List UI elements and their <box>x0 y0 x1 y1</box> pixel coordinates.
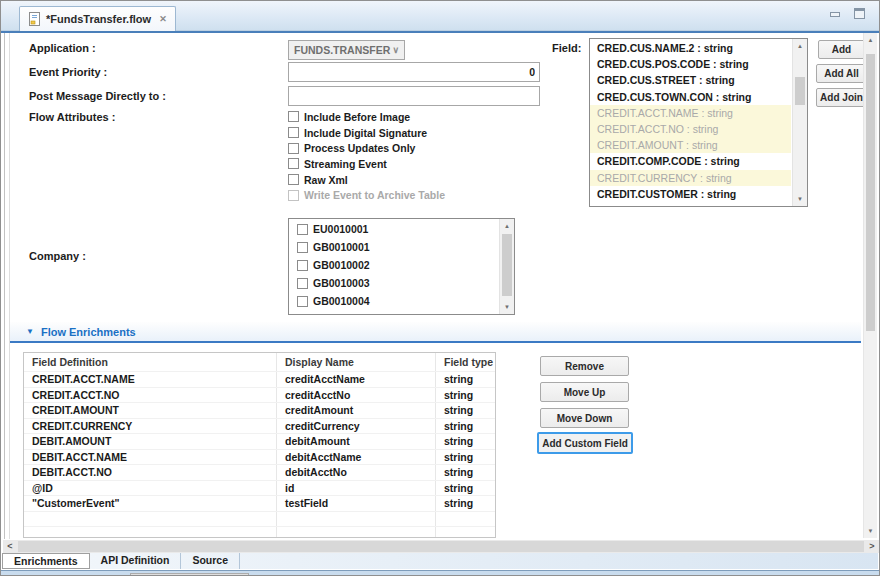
flow-attribute-option[interactable]: Process Updates Only <box>288 140 445 156</box>
scroll-up-icon[interactable]: ▲ <box>500 219 514 233</box>
column-header-field-type: Field type <box>436 353 495 371</box>
scrollbar-thumb[interactable] <box>866 54 875 331</box>
scrollbar-thumb[interactable] <box>18 541 864 552</box>
scrollbar-thumb[interactable] <box>795 77 805 105</box>
field-list-item[interactable]: CREDIT.ACCT.NO : string <box>590 121 791 137</box>
flow-enrichments-header[interactable]: ▼ Flow Enrichments <box>10 322 861 341</box>
move-down-button[interactable]: Move Down <box>540 408 629 428</box>
scroll-down-icon[interactable]: ▼ <box>864 524 877 538</box>
add-custom-field-button[interactable]: Add Custom Field <box>537 432 633 454</box>
remove-button[interactable]: Remove <box>540 356 629 376</box>
field-list-item[interactable]: CRED.CUS.TOWN.CON : string <box>590 89 791 105</box>
scroll-up-icon[interactable]: ▲ <box>793 39 807 53</box>
restore-icon[interactable] <box>854 8 865 19</box>
scroll-down-icon[interactable]: ▼ <box>793 192 807 206</box>
table-cell: CREDIT.ACCT.NO <box>24 388 277 403</box>
checkbox-unchecked-icon[interactable] <box>297 260 308 271</box>
bottom-tab-enrichments[interactable]: Enrichments <box>2 553 90 569</box>
flow-attribute-option[interactable]: Raw Xml <box>288 172 445 188</box>
editor-tab-bar: *FundsTransfer.flow ✕ <box>1 1 879 31</box>
field-list-item[interactable]: CRED.CUS.POS.CODE : string <box>590 56 791 72</box>
field-list-item[interactable]: CREDIT.CURRENCY : string <box>590 170 791 186</box>
table-row[interactable]: CREDIT.CURRENCYcreditCurrencystring <box>24 419 495 435</box>
event-priority-input[interactable] <box>288 62 540 82</box>
field-list-item[interactable]: CREDIT.COMP.CODE : string <box>590 153 791 169</box>
bottom-view-edge <box>1 570 879 576</box>
table-row[interactable]: DEBIT.ACCT.NAMEdebitAcctNamestring <box>24 450 495 466</box>
field-list-item[interactable]: CREDIT.THEIR.REF : string <box>590 202 791 207</box>
table-cell: "CustomerEvent" <box>24 496 277 511</box>
scroll-up-icon[interactable]: ▲ <box>864 33 877 47</box>
table-row[interactable]: CREDIT.AMOUNTcreditAmountstring <box>24 403 495 419</box>
flow-attribute-option[interactable]: Include Digital Signature <box>288 125 445 141</box>
field-list-item[interactable]: CREDIT.ACCT.NAME : string <box>590 105 791 121</box>
company-option-label: GB0010003 <box>313 277 370 289</box>
table-cell: debitAcctNo <box>277 465 436 480</box>
table-row[interactable]: DEBIT.AMOUNTdebitAmountstring <box>24 434 495 450</box>
checkbox-unchecked-icon[interactable] <box>288 143 299 154</box>
table-cell: @ID <box>24 481 277 496</box>
add-join-button[interactable]: Add Join <box>816 88 867 107</box>
post-message-input[interactable] <box>288 86 540 106</box>
editor-vertical-scrollbar[interactable]: ▲ ▼ <box>863 33 877 538</box>
table-cell: debitAmount <box>277 434 436 449</box>
checkbox-unchecked-icon[interactable] <box>297 242 308 253</box>
table-cell: DEBIT.AMOUNT <box>24 434 277 449</box>
bottom-tab-api-definition[interactable]: API Definition <box>90 553 182 569</box>
checkbox-unchecked-icon[interactable] <box>288 127 299 138</box>
scroll-left-icon[interactable]: < <box>3 540 17 553</box>
flow-attribute-option[interactable]: Streaming Event <box>288 156 445 172</box>
scrollbar-thumb[interactable] <box>502 234 512 296</box>
company-option[interactable]: GB0010002 <box>289 256 498 274</box>
company-option[interactable]: EU0010001 <box>289 220 498 238</box>
field-label: Field: <box>552 42 581 54</box>
checkbox-unchecked-icon[interactable] <box>297 278 308 289</box>
view-controls <box>829 8 865 19</box>
table-row[interactable]: "CustomerEvent"testFieldstring <box>24 496 495 512</box>
field-list-items: CRED.CUS.NAME.2 : stringCRED.CUS.POS.COD… <box>590 40 791 207</box>
scroll-right-icon[interactable]: > <box>865 540 879 553</box>
company-option[interactable]: GB0010003 <box>289 274 498 292</box>
field-list-scrollbar[interactable]: ▲ ▼ <box>792 39 807 206</box>
application-select-value: FUNDS.TRANSFER <box>294 44 390 56</box>
checkbox-unchecked-icon[interactable] <box>297 296 308 307</box>
editor-tab-fundstransfer[interactable]: *FundsTransfer.flow ✕ <box>19 6 176 31</box>
table-row[interactable]: @IDidstring <box>24 481 495 497</box>
table-cell: string <box>436 403 495 418</box>
table-cell: creditAcctNo <box>277 388 436 403</box>
add-button[interactable]: Add <box>818 40 865 59</box>
table-row[interactable]: DEBIT.ACCT.NOdebitAcctNostring <box>24 465 495 481</box>
section-collapse-icon[interactable]: ▼ <box>26 327 34 336</box>
flow-attribute-option-label: Streaming Event <box>304 158 387 170</box>
table-body: CREDIT.ACCT.NAMEcreditAcctNamestringCRED… <box>24 372 495 538</box>
company-list-scrollbar[interactable]: ▲ ▼ <box>499 219 514 314</box>
company-option[interactable]: GB0010001 <box>289 238 498 256</box>
company-option[interactable]: GB0010004 <box>289 292 498 310</box>
flow-attribute-option[interactable]: Include Before Image <box>288 109 445 125</box>
company-option-label: GB0010005 <box>313 313 370 315</box>
move-up-button[interactable]: Move Up <box>540 382 629 402</box>
field-list-item[interactable]: CREDIT.AMOUNT : string <box>590 137 791 153</box>
minimize-icon[interactable] <box>829 9 840 19</box>
table-row[interactable]: CREDIT.ACCT.NAMEcreditAcctNamestring <box>24 372 495 388</box>
scroll-down-icon[interactable]: ▼ <box>500 300 514 314</box>
field-list-item[interactable]: CREDIT.CUSTOMER : string <box>590 186 791 202</box>
checkbox-unchecked-icon[interactable] <box>297 224 308 235</box>
field-list-item[interactable]: CRED.CUS.STREET : string <box>590 72 791 88</box>
checkbox-unchecked-icon[interactable] <box>288 111 299 122</box>
editor-horizontal-scrollbar[interactable]: < > <box>3 540 879 553</box>
table-cell: CREDIT.CURRENCY <box>24 419 277 434</box>
close-tab-icon[interactable]: ✕ <box>159 14 167 24</box>
checkbox-unchecked-icon[interactable] <box>288 174 299 185</box>
checkbox-unchecked-icon[interactable] <box>288 158 299 169</box>
field-list-item[interactable]: CRED.CUS.NAME.2 : string <box>590 40 791 56</box>
checkbox-unchecked-icon[interactable] <box>297 314 308 316</box>
table-cell <box>24 527 277 538</box>
table-cell: creditCurrency <box>277 419 436 434</box>
company-option[interactable]: GB0010005 <box>289 310 498 315</box>
flow-file-icon <box>28 12 41 26</box>
flow-attribute-option-label: Include Before Image <box>304 111 410 123</box>
bottom-tab-source[interactable]: Source <box>181 553 240 569</box>
add-all-button[interactable]: Add All <box>816 64 867 83</box>
table-row[interactable]: CREDIT.ACCT.NOcreditAcctNostring <box>24 388 495 404</box>
